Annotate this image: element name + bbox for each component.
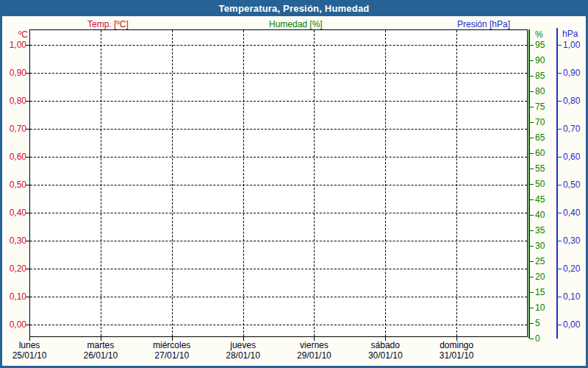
title-bar: Temperatura, Presión, Humedad <box>0 0 588 16</box>
chart-window: Temperatura, Presión, Humedad Temp. [ºC]… <box>0 0 588 368</box>
page-title: Temperatura, Presión, Humedad <box>219 3 370 14</box>
chart-background <box>2 16 586 366</box>
